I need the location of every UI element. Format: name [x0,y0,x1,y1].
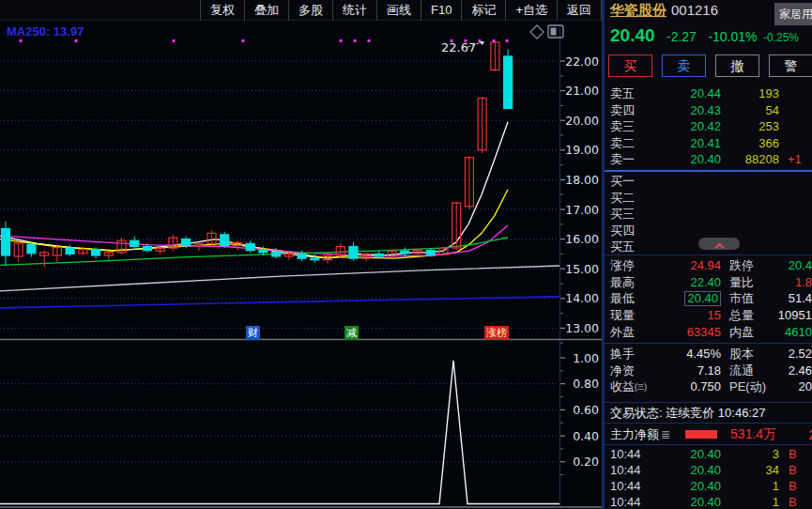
stat-row: 涨停24.94跌停20.4 [610,257,812,274]
stock-name[interactable]: 华瓷股份 [610,2,666,18]
bid-row[interactable]: 买二 [610,190,812,207]
stat-label: 股本 [729,346,771,362]
stat-value: 63345 [653,324,721,341]
buy-button[interactable]: 买 [608,54,652,77]
stat-label: 市值 [729,290,771,307]
tick-price: 20.40 [648,495,721,509]
toolbar-button-返回[interactable]: 返回 [557,0,602,21]
ma-line-ma5 [0,122,508,258]
trade-status: 交易状态: 连续竞价 10:46:27 [610,405,765,422]
sell-button[interactable]: 卖 [662,54,706,77]
ask-row[interactable]: 卖一20.4088208+1 [610,151,812,168]
candle-body [92,250,100,255]
toolbar-button-+自选[interactable]: +自选 [505,0,557,21]
bid-row[interactable]: 买三 [610,206,812,223]
tick-row: 10:4420.401B [610,479,812,495]
main-force-value: 531.4万 [730,426,776,443]
stat-label: 换手 [610,346,653,362]
trade-buttons: 买卖撤警 [608,54,812,77]
detail-list-icon[interactable]: ≣ [661,428,670,441]
collapse-panel-button[interactable] [698,238,740,250]
cancel-button[interactable]: 撤 [715,54,759,77]
ask-price: 20.41 [646,135,721,152]
stat-label: 外盘 [610,324,653,341]
toolbar-button-F10[interactable]: F10 [421,0,461,21]
y-axis-label: 15.00 [565,262,599,276]
main-force-extra: 2 [808,427,812,442]
stat-value: 20.40 [653,290,721,307]
stat-label: 量比 [729,274,771,291]
high-annotation: 22.67 [441,40,476,54]
stat-value: 22.40 [653,274,721,291]
badge-reduce[interactable]: 减 [345,326,359,340]
stat-label: 最高 [610,274,653,291]
stat-value: 4610 [771,324,812,341]
tick-time: 10:44 [610,447,648,463]
y-axis-label: 21.00 [565,84,599,98]
candle-body [272,253,281,256]
bid-ask-divider [605,170,812,172]
sector-tag[interactable]: 家居用品 [774,3,812,25]
quote-panel: 华瓷股份001216 20.40 -2.27 -10.01% 家居用品 -0.2… [605,0,812,509]
y-axis-label: 1.00 [573,351,599,365]
tick-side: B [779,479,802,495]
quote-header: 华瓷股份001216 20.40 -2.27 -10.01% 家居用品 -0.2… [610,2,812,51]
ma-line-ma120 [0,266,559,291]
ask-row[interactable]: 卖二20.41366 [610,135,812,152]
toolbar-button-统计[interactable]: 统计 [332,0,376,21]
candle-body [298,254,306,258]
ask-label: 卖四 [610,102,646,119]
candle-body [401,251,409,254]
bid-row[interactable]: 买一 [610,173,812,190]
ask-row[interactable]: 卖五20.44193 [610,85,812,102]
tick-price: 20.40 [648,479,721,495]
main-force-row[interactable]: 主力净额 ≣ 531.4万 2 [610,425,812,443]
toolbar-button-叠加[interactable]: 叠加 [244,0,288,21]
alert-button[interactable]: 警 [769,54,812,77]
chart-toolbar: 复权叠加多股统计画线F10标记+自选返回 [0,0,602,21]
ask-label: 卖五 [610,85,646,102]
candle-body [2,229,10,255]
y-axis-label: 22.00 [565,54,599,69]
ask-volume: 193 [721,85,779,102]
stat-value: 51.4 [771,290,812,307]
tick-row: 10:4420.403B [610,447,812,463]
tick-row: 10:4420.4034B [610,463,812,479]
stat-row: 换手4.45%股本2.52 [610,346,812,362]
stat-value: 10951 [771,307,812,324]
candle-body [27,244,36,253]
stat-label: 总量 [729,307,771,324]
y-axis-label: 14.00 [565,291,599,305]
mark-dot [173,39,176,42]
badge-gainers-rank[interactable]: 涨榜 [484,326,509,340]
ask-extra [779,85,807,102]
y-axis-label: 0.20 [573,455,599,469]
stat-label: 内盘 [729,324,771,341]
ask-price: 20.44 [646,85,721,102]
y-axis-label: 18.00 [565,173,599,187]
stat-label: 涨停 [610,257,653,274]
ask-queue: 卖五20.44193卖四20.4354卖三20.42253卖二20.41366卖… [610,85,812,168]
stat-value: 2.46 [771,362,812,379]
toolbar-button-复权[interactable]: 复权 [200,0,244,21]
stat-label: 最低 [610,290,653,307]
bid-row[interactable]: 买四 [610,223,812,239]
ask-extra [779,135,807,152]
stat-label: 流通 [729,362,771,379]
stat-value: 20.4 [771,257,812,274]
mark-dot [493,39,496,42]
y-axis-label: 19.00 [565,143,599,157]
tick-time: 10:44 [610,479,648,495]
last-price: 20.40 [610,25,655,45]
stat-label: 收益㈢ [610,378,653,395]
tick-side: B [779,495,802,509]
mark-dot [340,39,343,42]
ask-volume: 366 [721,135,779,152]
badge-finance[interactable]: 财 [246,326,260,340]
main-force-label: 主力净额 [610,426,659,443]
ask-row[interactable]: 卖四20.4354 [610,102,812,119]
ask-row[interactable]: 卖三20.42253 [610,118,812,135]
toolbar-button-多股[interactable]: 多股 [288,0,332,21]
toolbar-button-标记[interactable]: 标记 [461,0,505,21]
toolbar-button-画线[interactable]: 画线 [376,0,421,21]
